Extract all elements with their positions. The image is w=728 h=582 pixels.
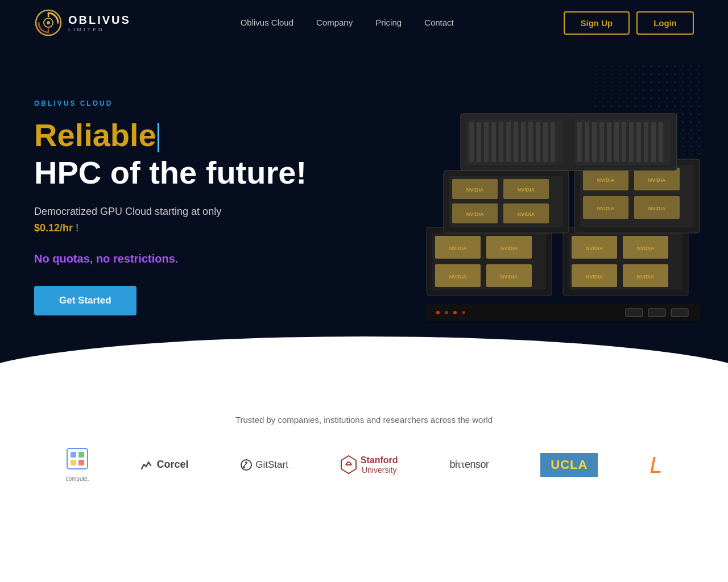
signup-button[interactable]: Sign Up [564, 11, 630, 35]
svg-rect-82 [78, 452, 84, 458]
svg-text:NVIDIA: NVIDIA [648, 177, 666, 183]
logo-bittensor: biττensor [449, 459, 489, 471]
svg-rect-50 [484, 122, 489, 162]
svg-rect-62 [592, 122, 597, 162]
svg-text:NVIDIA: NVIDIA [500, 246, 518, 251]
stanford-sub: University [361, 465, 398, 475]
svg-text:NVIDIA: NVIDIA [637, 274, 655, 280]
svg-rect-54 [514, 122, 518, 162]
svg-text:NVIDIA: NVIDIA [466, 187, 484, 193]
svg-point-87 [243, 466, 245, 468]
logo-name: OBLIVUS [68, 14, 131, 27]
svg-text:NVIDIA: NVIDIA [518, 211, 535, 217]
last-logo-label: L [650, 454, 662, 476]
svg-rect-59 [551, 122, 555, 162]
svg-point-2 [47, 21, 50, 24]
logo-stanford: Stanford University [340, 455, 398, 475]
logo-gitstart: GitStart [240, 459, 288, 471]
login-button[interactable]: Login [636, 11, 694, 35]
logo-last: L [650, 454, 662, 476]
svg-point-85 [241, 460, 251, 470]
nav-link-company[interactable]: Company [316, 18, 353, 27]
compute-icon-svg [66, 447, 89, 470]
hero-title: Reliable HPC of the future! [34, 118, 307, 190]
logo-compute: compute. [65, 447, 89, 482]
logo-text: OBLIVUS LIMITED [68, 14, 131, 32]
svg-rect-52 [499, 122, 503, 162]
svg-text:NVIDIA: NVIDIA [586, 246, 603, 251]
hero-tagline: No quotas, no restrictions. [34, 252, 307, 265]
svg-rect-48 [469, 122, 474, 162]
hero-content: OBLIVUS CLOUD Reliable HPC of the future… [34, 99, 307, 315]
trusted-text: Trusted by companies, institutions and r… [34, 415, 694, 425]
svg-text:NVIDIA: NVIDIA [648, 206, 666, 211]
svg-rect-58 [543, 122, 548, 162]
svg-rect-67 [629, 122, 634, 162]
nav-links: Oblivus Cloud Company Pricing Contact [241, 18, 454, 28]
svg-rect-77 [626, 309, 643, 317]
svg-rect-60 [577, 122, 582, 162]
svg-text:NVIDIA: NVIDIA [597, 206, 615, 211]
logo-ucla: UCLA [540, 453, 598, 477]
stanford-name: Stanford [361, 455, 398, 465]
trusted-section: Trusted by companies, institutions and r… [0, 381, 728, 505]
svg-rect-49 [477, 122, 481, 162]
svg-rect-65 [614, 122, 619, 162]
svg-text:NVIDIA: NVIDIA [466, 211, 484, 217]
hero-price: $0.12/hr [34, 222, 76, 234]
nav-buttons: Sign Up Login [564, 11, 694, 35]
hero-title-line1: Reliable [34, 118, 307, 153]
compute-label: compute. [65, 476, 89, 482]
logo-sub: LIMITED [68, 27, 131, 32]
hero-description: Democratized GPU Cloud starting at only … [34, 203, 307, 236]
hero-title-line2: HPC of the future! [34, 155, 307, 190]
logo-icon [34, 9, 63, 37]
svg-rect-51 [491, 122, 496, 162]
svg-rect-68 [636, 122, 641, 162]
svg-rect-56 [528, 122, 533, 162]
ucla-label: UCLA [540, 453, 598, 477]
svg-rect-57 [536, 122, 540, 162]
svg-point-73 [436, 311, 440, 314]
get-started-button[interactable]: Get Started [34, 286, 136, 315]
svg-rect-84 [78, 460, 84, 465]
svg-rect-81 [71, 452, 76, 458]
cursor [158, 123, 159, 152]
logos-row: compute. Corcel GitStart [34, 447, 694, 482]
gitstart-label: GitStart [255, 459, 288, 471]
svg-rect-83 [71, 460, 76, 465]
svg-rect-63 [599, 122, 604, 162]
svg-rect-80 [67, 448, 88, 469]
svg-rect-69 [644, 122, 648, 162]
svg-rect-53 [506, 122, 511, 162]
svg-rect-79 [671, 309, 688, 317]
svg-text:NVIDIA: NVIDIA [500, 274, 518, 280]
svg-point-76 [462, 311, 465, 314]
hero-label: OBLIVUS CLOUD [34, 99, 307, 107]
nav-link-contact[interactable]: Contact [424, 18, 454, 27]
nav-link-cloud[interactable]: Oblivus Cloud [241, 18, 293, 27]
bittensor-label: biττensor [449, 459, 489, 471]
svg-text:NVIDIA: NVIDIA [586, 274, 603, 280]
gpu-visual-svg: NVIDIA NVIDIA NVIDIA NVIDIA NVIDIA NVIDI… [398, 57, 728, 341]
svg-rect-66 [622, 122, 626, 162]
svg-point-74 [445, 311, 448, 314]
corcel-icon [140, 459, 153, 471]
stanford-icon [340, 455, 357, 475]
svg-point-86 [245, 462, 247, 464]
svg-rect-64 [607, 122, 611, 162]
svg-text:NVIDIA: NVIDIA [637, 246, 655, 251]
svg-rect-55 [521, 122, 526, 162]
hero-section: OBLIVUS CLOUD Reliable HPC of the future… [0, 45, 728, 381]
svg-text:NVIDIA: NVIDIA [449, 246, 467, 251]
svg-text:NVIDIA: NVIDIA [449, 274, 467, 280]
svg-text:NVIDIA: NVIDIA [597, 177, 615, 183]
navbar: OBLIVUS LIMITED Oblivus Cloud Company Pr… [0, 0, 728, 45]
nav-link-pricing[interactable]: Pricing [375, 18, 402, 27]
gpu-image: NVIDIA NVIDIA NVIDIA NVIDIA NVIDIA NVIDI… [398, 57, 728, 369]
logo-corcel: Corcel [140, 459, 188, 471]
stanford-text: Stanford University [361, 455, 398, 475]
svg-rect-78 [648, 309, 665, 317]
logo[interactable]: OBLIVUS LIMITED [34, 9, 131, 37]
svg-line-88 [244, 464, 246, 466]
